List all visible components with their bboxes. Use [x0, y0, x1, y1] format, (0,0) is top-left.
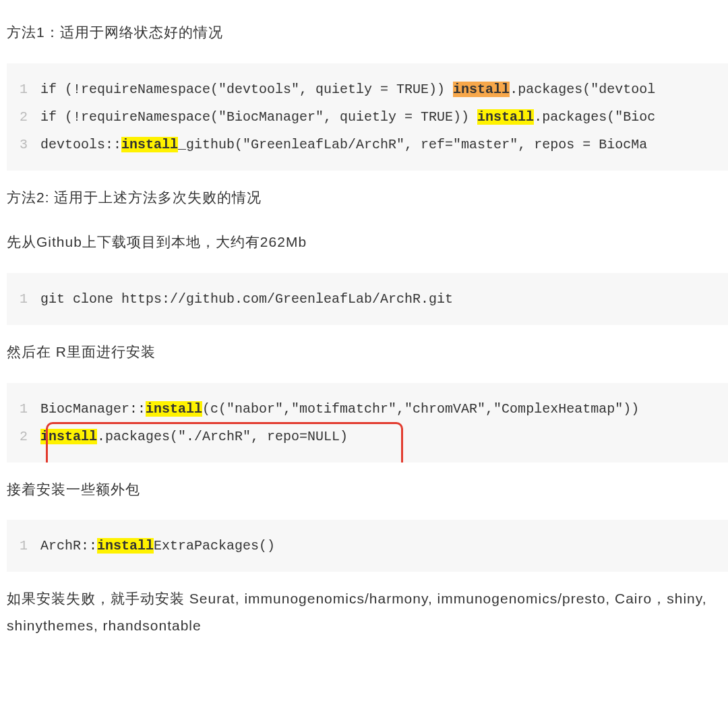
line-number: 1: [7, 76, 40, 103]
code-content: install.packages("./ArchR", repo=NULL): [40, 423, 348, 450]
paragraph-method-2: 方法2: 适用于上述方法多次失败的情况: [7, 184, 728, 211]
highlight-install-yellow: install: [121, 137, 178, 152]
highlight-install-orange: install: [453, 82, 510, 97]
code-line: 1 BiocManager::install(c("nabor","motifm…: [7, 395, 728, 423]
line-number: 2: [7, 103, 40, 131]
paragraph-extra-packages: 接着安装一些额外包: [7, 476, 728, 503]
highlight-install-yellow: install: [97, 538, 154, 554]
code-block-2: 1 git clone https://github.com/Greenleaf…: [7, 273, 728, 325]
paragraph-github-download: 先从Github上下载项目到本地，大约有262Mb: [7, 229, 728, 256]
code-content: if (!requireNamespace("BiocManager", qui…: [40, 103, 655, 131]
code-block-3: 1 BiocManager::install(c("nabor","motifm…: [7, 383, 728, 463]
line-number: 3: [7, 131, 40, 158]
code-block-4: 1 ArchR::installExtraPackages(): [7, 520, 728, 572]
highlight-install-yellow: install: [477, 109, 534, 125]
paragraph-install-in-r: 然后在 R里面进行安装: [7, 338, 728, 365]
code-line: 2 install.packages("./ArchR", repo=NULL): [7, 423, 728, 450]
code-line: 2 if (!requireNamespace("BiocManager", q…: [7, 103, 728, 131]
highlight-install-yellow: install: [146, 401, 202, 417]
code-content: if (!requireNamespace("devtools", quietl…: [40, 76, 655, 103]
highlight-install-yellow: install: [40, 429, 97, 444]
code-line: 1 if (!requireNamespace("devtools", quie…: [7, 76, 728, 103]
line-number: 1: [7, 532, 40, 560]
code-content: git clone https://github.com/GreenleafLa…: [40, 285, 453, 313]
line-number: 1: [7, 285, 40, 313]
code-block-1: 1 if (!requireNamespace("devtools", quie…: [7, 63, 728, 171]
code-content: ArchR::installExtraPackages(): [40, 532, 275, 560]
code-content: devtools::install_github("GreenleafLab/A…: [40, 131, 647, 158]
code-content: BiocManager::install(c("nabor","motifmat…: [40, 395, 639, 423]
code-line: 3 devtools::install_github("GreenleafLab…: [7, 131, 728, 158]
paragraph-method-1: 方法1：适用于网络状态好的情况: [7, 19, 728, 46]
code-line: 1 ArchR::installExtraPackages(): [7, 532, 728, 560]
paragraph-manual-install: 如果安装失败，就手动安装 Seurat, immunogenomics/harm…: [7, 585, 728, 639]
code-line: 1 git clone https://github.com/Greenleaf…: [7, 285, 728, 313]
line-number: 2: [7, 423, 40, 450]
line-number: 1: [7, 395, 40, 423]
